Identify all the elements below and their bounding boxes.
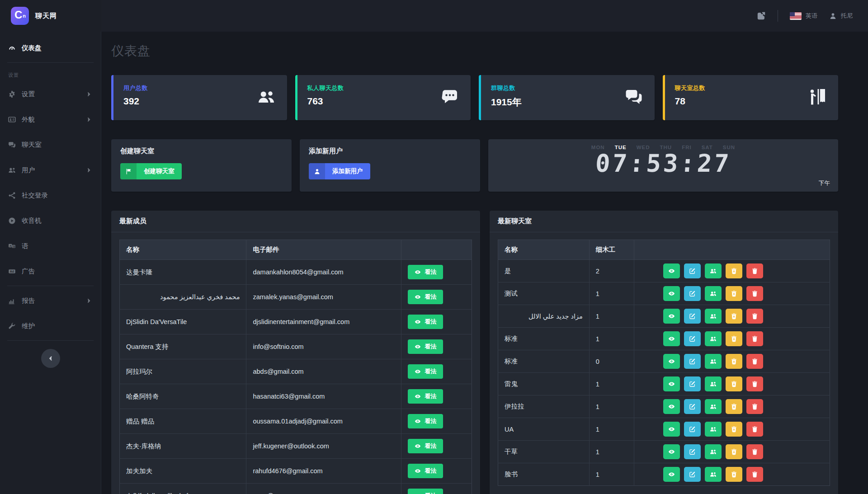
users-icon	[710, 448, 717, 455]
trash-restore-icon	[731, 313, 737, 320]
external-link-icon[interactable]	[757, 11, 766, 20]
delete-room-button[interactable]	[746, 309, 763, 324]
view-room-button[interactable]	[663, 263, 680, 278]
room-actions	[634, 441, 830, 463]
view-button[interactable]: 看法	[408, 414, 443, 428]
restore-room-button[interactable]	[726, 331, 742, 346]
trash-icon	[751, 426, 758, 433]
edit-room-button[interactable]	[684, 354, 701, 369]
edit-icon	[689, 358, 696, 365]
edit-room-button[interactable]	[684, 263, 701, 278]
room-actions	[634, 305, 830, 328]
sidebar-collapse-button[interactable]	[41, 349, 60, 368]
delete-room-button[interactable]	[746, 331, 763, 346]
edit-room-button[interactable]	[684, 467, 701, 482]
edit-room-button[interactable]	[684, 331, 701, 346]
trash-icon	[751, 448, 758, 455]
sidebar-item-gear[interactable]: 设置	[0, 81, 101, 107]
view-room-button[interactable]	[663, 286, 680, 301]
room-members-button[interactable]	[705, 354, 722, 369]
edit-room-button[interactable]	[684, 309, 701, 324]
sidebar-item-wrench[interactable]: 维护	[0, 313, 101, 339]
sidebar-item-language[interactable]: A文语	[0, 233, 101, 259]
users-icon	[710, 290, 717, 297]
restore-room-button[interactable]	[726, 376, 742, 391]
view-room-button[interactable]	[663, 376, 680, 391]
sidebar-item-users[interactable]: 用户	[0, 157, 101, 183]
view-room-button[interactable]	[663, 309, 680, 324]
delete-room-button[interactable]	[746, 376, 763, 391]
view-button[interactable]: 看法	[408, 290, 443, 304]
brand[interactable]: C n 聊天网	[0, 0, 101, 32]
restore-room-button[interactable]	[726, 354, 742, 369]
room-row: 标准1	[498, 328, 830, 350]
view-button-label: 看法	[425, 492, 436, 494]
room-members-button[interactable]	[705, 467, 722, 482]
restore-room-button[interactable]	[726, 467, 742, 482]
sidebar-item-ad[interactable]: Ad广告	[0, 259, 101, 284]
room-members-button[interactable]	[705, 286, 722, 301]
room-members-button[interactable]	[705, 422, 722, 437]
delete-room-button[interactable]	[746, 444, 763, 459]
edit-room-button[interactable]	[684, 376, 701, 391]
eye-icon	[668, 335, 675, 342]
view-button[interactable]: 看法	[408, 364, 443, 379]
sidebar-item-chart[interactable]: 报告	[0, 288, 101, 313]
member-actions: 看法	[401, 484, 472, 494]
sidebar-item-address-card[interactable]: 外貌	[0, 107, 101, 132]
edit-room-button[interactable]	[684, 286, 701, 301]
view-room-button[interactable]	[663, 422, 680, 437]
delete-room-button[interactable]	[746, 399, 763, 414]
view-room-button[interactable]	[663, 467, 680, 482]
room-joiners: 1	[589, 328, 634, 350]
view-button[interactable]: 看法	[408, 464, 443, 478]
room-members-button[interactable]	[705, 444, 722, 459]
user-menu[interactable]: 托尼	[829, 12, 853, 20]
add-user-heading: 添加新用户	[309, 147, 471, 155]
view-room-button[interactable]	[663, 331, 680, 346]
sidebar-item-label: 设置	[22, 90, 35, 99]
view-button[interactable]: 看法	[408, 339, 443, 354]
room-members-button[interactable]	[705, 376, 722, 391]
trash-icon	[751, 358, 758, 365]
view-room-button[interactable]	[663, 354, 680, 369]
delete-room-button[interactable]	[746, 286, 763, 301]
username: 托尼	[841, 12, 853, 20]
trash-restore-icon	[731, 426, 737, 433]
view-room-button[interactable]	[663, 444, 680, 459]
svg-text:Ad: Ad	[10, 270, 14, 273]
view-button[interactable]: 看法	[408, 315, 443, 329]
view-button-label: 看法	[425, 467, 436, 475]
delete-room-button[interactable]	[746, 354, 763, 369]
sidebar-item-share[interactable]: 社交登录	[0, 183, 101, 208]
room-members-button[interactable]	[705, 399, 722, 414]
view-button[interactable]: 看法	[408, 439, 443, 453]
language-selector[interactable]: 英语	[790, 12, 817, 20]
delete-room-button[interactable]	[746, 263, 763, 278]
sidebar-item-play-circle[interactable]: 收音机	[0, 208, 101, 233]
create-room-button[interactable]: 创建聊天室	[120, 163, 182, 179]
view-button[interactable]: 看法	[408, 265, 443, 279]
delete-room-button[interactable]	[746, 422, 763, 437]
add-user-button[interactable]: 添加新用户	[309, 163, 370, 179]
room-members-button[interactable]	[705, 263, 722, 278]
sidebar-item-dashboard[interactable]: 仪表盘	[0, 35, 101, 61]
view-room-button[interactable]	[663, 399, 680, 414]
restore-room-button[interactable]	[726, 286, 742, 301]
eye-icon	[415, 418, 421, 424]
restore-room-button[interactable]	[726, 309, 742, 324]
restore-room-button[interactable]	[726, 444, 742, 459]
restore-room-button[interactable]	[726, 422, 742, 437]
edit-room-button[interactable]	[684, 422, 701, 437]
room-name: 标准	[498, 350, 590, 373]
view-button[interactable]: 看法	[408, 489, 443, 494]
view-button[interactable]: 看法	[408, 389, 443, 404]
edit-room-button[interactable]	[684, 399, 701, 414]
restore-room-button[interactable]	[726, 399, 742, 414]
sidebar-item-comments[interactable]: 聊天室	[0, 132, 101, 157]
room-members-button[interactable]	[705, 309, 722, 324]
edit-room-button[interactable]	[684, 444, 701, 459]
delete-room-button[interactable]	[746, 467, 763, 482]
restore-room-button[interactable]	[726, 263, 742, 278]
room-members-button[interactable]	[705, 331, 722, 346]
